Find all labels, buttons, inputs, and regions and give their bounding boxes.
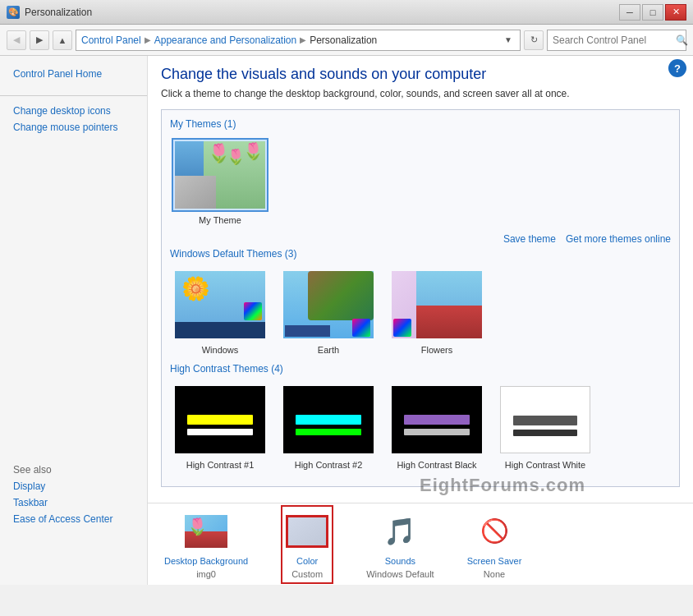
my-themes-title: My Themes (1) [170,118,671,130]
windows-themes-grid: 🌼 Windows [170,266,671,356]
hc1-bar1 [187,415,253,425]
restore-button[interactable]: □ [642,4,663,21]
earth-theme-wrapper [280,268,377,342]
hc2-bar2 [296,429,361,435]
my-theme-gray [175,176,216,209]
close-button[interactable]: ✕ [665,4,686,21]
toolbar-color-label: Color [296,556,318,566]
hc1-preview [175,386,265,453]
hc1-wrapper [172,383,268,457]
breadcrumb-dropdown-button[interactable]: ▼ [502,34,515,47]
win-taskbar [175,322,265,338]
help-button[interactable]: ? [668,59,686,77]
get-more-link[interactable]: Get more themes online [566,233,671,245]
desktop-bg-icon: 🌷 [185,515,227,548]
sidebar-control-panel-home[interactable]: Control Panel Home [0,66,147,82]
flowers-fg [416,306,482,338]
earth-bg [308,271,374,320]
breadcrumb-control-panel[interactable]: Control Panel [81,34,141,46]
sidebar-display[interactable]: Display [0,478,148,494]
back-button[interactable]: ◀ [7,30,26,50]
desktop-bg-icon-wrap: 🌷 [185,510,227,553]
my-themes-grid: 🌷 🌷 🌷 My Theme [170,136,671,227]
sidebar-taskbar[interactable]: Taskbar [0,494,148,511]
toolbar-screensaver-label: Screen Saver [467,556,522,566]
page-title: Change the visuals and sounds on your co… [161,66,680,83]
search-input[interactable] [553,34,676,46]
earth-theme-name: Earth [318,345,339,355]
sidebar-links-section: Change desktop icons Change mouse pointe… [0,103,147,136]
screensaver-icon: 🚫 [480,517,509,545]
app-icon: 🎨 [7,6,20,19]
breadcrumb-current: Personalization [310,34,377,46]
windows-color-swatch [244,302,262,320]
themes-container: My Themes (1) 🌷 🌷 🌷 [161,109,680,487]
main-layout: Control Panel Home Change desktop icons … [0,56,693,585]
hc2-bar1 [296,415,361,425]
theme-flowers[interactable]: Flowers [387,266,487,356]
sidebar-change-desktop-icons[interactable]: Change desktop icons [0,103,147,119]
address-bar: ◀ ▶ ▲ Control Panel ▶ Appearance and Per… [0,25,693,56]
theme-hc-black[interactable]: High Contrast Black [387,381,487,471]
breadcrumb: Control Panel ▶ Appearance and Personali… [76,30,521,51]
my-theme-name: My Theme [199,215,241,225]
window-title: Personalization [25,7,92,18]
breadcrumb-appearance[interactable]: Appearance and Personalization [154,34,296,46]
title-bar: 🎨 Personalization ─ □ ✕ [0,0,693,25]
flowers-theme-name: Flowers [421,345,453,355]
breadcrumb-sep-1: ▶ [145,35,151,44]
search-bar: 🔍 [547,30,686,51]
toolbar-screen-saver[interactable]: 🚫 Screen Saver None [467,510,522,579]
theme-hc1[interactable]: High Contrast #1 [170,381,270,471]
toolbar-desktop-background[interactable]: 🌷 Desktop Background img0 [164,510,248,579]
sidebar-ease-of-access[interactable]: Ease of Access Center [0,511,148,527]
theme-hc2[interactable]: High Contrast #2 [278,381,379,471]
forward-button[interactable]: ▶ [30,30,49,50]
toolbar-sounds-label: Sounds [385,556,415,566]
screensaver-icon-wrap: 🚫 [473,510,516,553]
windows-theme-wrapper: 🌼 [172,268,268,342]
title-bar-left: 🎨 Personalization [7,6,92,19]
sounds-icon: 🎵 [383,516,416,547]
my-theme-preview: 🌷 🌷 🌷 [175,141,265,209]
hc-black-preview [392,386,482,453]
flowers-theme-preview [392,271,482,338]
hc1-bar2 [187,429,253,435]
sidebar-main-section: Control Panel Home [0,66,147,82]
sounds-icon-wrap: 🎵 [379,510,421,553]
hc-black-name: High Contrast Black [397,460,476,470]
hc1-name: High Contrast #1 [186,460,255,470]
toolbar-color[interactable]: Color Custom [281,505,333,584]
earth-theme-preview [283,271,374,338]
windows-themes-title: Windows Default Themes (3) [170,248,671,260]
flowers-theme-wrapper [388,268,485,342]
toolbar-color-sublabel: Custom [291,569,323,579]
sidebar-change-mouse-pointers[interactable]: Change mouse pointers [0,119,147,136]
theme-my-theme[interactable]: 🌷 🌷 🌷 My Theme [170,136,270,227]
hc-black-bar1 [404,415,470,425]
breadcrumb-sep-2: ▶ [300,35,306,44]
minimize-button[interactable]: ─ [619,4,640,21]
hc-white-bar1 [513,416,577,425]
my-theme-preview-wrapper: 🌷 🌷 🌷 [172,138,268,212]
theme-section-links: Save theme Get more themes online [170,233,671,245]
hc2-preview [283,386,374,453]
see-also-label: See also [0,462,148,478]
theme-hc-white[interactable]: High Contrast White [495,381,595,471]
hc-white-bar2 [513,430,577,436]
search-icon[interactable]: 🔍 [676,34,688,46]
toolbar-sounds[interactable]: 🎵 Sounds Windows Default [366,510,434,579]
toolbar-screensaver-sublabel: None [484,569,505,579]
windows-theme-name: Windows [202,345,239,355]
save-theme-link[interactable]: Save theme [503,233,556,245]
page-subtitle: Click a theme to change the desktop back… [161,88,680,99]
toolbar-desktop-bg-label: Desktop Background [164,556,248,566]
up-button[interactable]: ▲ [53,30,72,50]
theme-windows[interactable]: 🌼 Windows [170,266,270,356]
refresh-button[interactable]: ↻ [524,30,544,50]
high-contrast-title: High Contrast Themes (4) [170,363,671,375]
content-area: Change the visuals and sounds on your co… [148,56,693,503]
window-controls: ─ □ ✕ [619,4,686,21]
toolbar-sounds-sublabel: Windows Default [366,569,434,579]
theme-earth[interactable]: Earth [278,266,379,356]
